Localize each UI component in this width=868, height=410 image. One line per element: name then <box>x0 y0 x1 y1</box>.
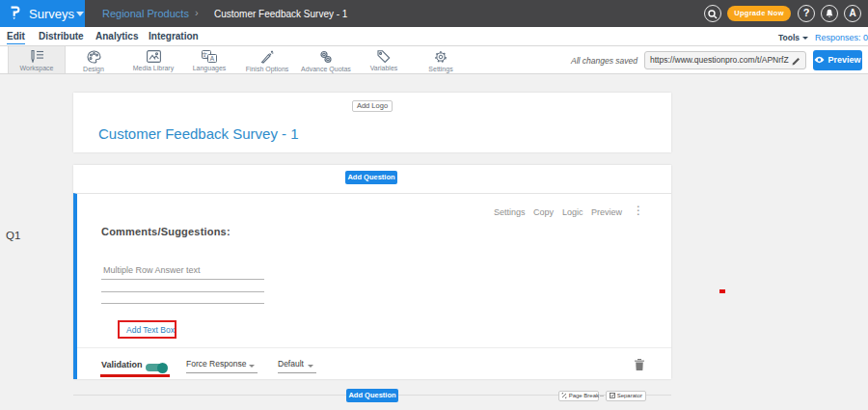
svg-text:文: 文 <box>202 51 207 58</box>
svg-text:A: A <box>210 55 215 62</box>
